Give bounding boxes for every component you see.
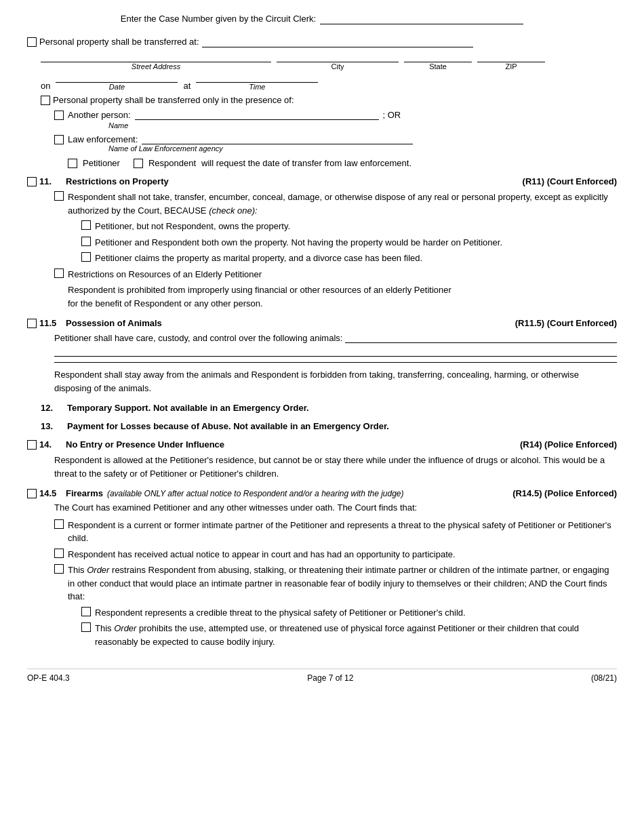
presence-label: Personal property shall be transferred o…: [53, 95, 294, 105]
section-14-5-sub-option2-text: This Order prohibits the use, attempted …: [95, 622, 617, 648]
law-enforcement-field[interactable]: [142, 134, 413, 144]
time-label: Time: [249, 83, 265, 91]
animals-field[interactable]: [345, 332, 617, 343]
section-11-elderly-label: Restrictions on Resources of an Elderly …: [68, 268, 617, 281]
law-enforcement-label: Law enforcement:: [68, 134, 138, 144]
section-14-5-body1: The Court has examined Petitioner and an…: [54, 501, 617, 515]
section-14-5-sub-option1: Respondent represents a credible threat …: [95, 606, 617, 620]
address-line: Street Address City State ZIP: [41, 52, 617, 71]
section-14-5-sub-option2-prefix: This: [95, 623, 112, 633]
presence-checkbox[interactable]: [41, 96, 50, 105]
section-14-5-title: Firearms: [66, 488, 103, 498]
section-11-elderly-body2: for the benefit of Respondent or any oth…: [68, 298, 263, 309]
on-label: on: [41, 81, 50, 91]
section-14-body: Respondent is allowed at the Petitioner'…: [54, 454, 617, 480]
respondent-checkbox[interactable]: [134, 159, 143, 168]
or-label: ; OR: [383, 110, 401, 120]
section-14-5-title-line: Firearms (available ONLY after actual no…: [66, 488, 617, 498]
section-14-5-option3-body: restrains Respondent from abusing, stalk…: [68, 565, 609, 601]
city-field[interactable]: [277, 52, 399, 62]
zip-field[interactable]: [477, 52, 545, 62]
section-14-5-body1-text: The Court has examined Petitioner and an…: [54, 502, 417, 513]
state-field[interactable]: [404, 52, 472, 62]
footer-page: Page 7 of 12: [307, 673, 353, 683]
name-label: Name: [108, 121, 128, 130]
section-11-elderly-checkbox[interactable]: [54, 269, 64, 278]
section-14-5-sub-option2-row: This Order prohibits the use, attempted …: [81, 622, 617, 648]
section-12-header: 12. Temporary Support. Not available in …: [41, 403, 617, 413]
street-address-field[interactable]: [41, 52, 271, 62]
section-12-number: 12.: [41, 403, 64, 413]
time-field[interactable]: [196, 72, 318, 83]
case-number-field[interactable]: [320, 14, 523, 24]
animals-stay-away: Respondent shall stay away from the anim…: [54, 362, 617, 395]
section-11-elderly-row: Restrictions on Resources of an Elderly …: [54, 268, 617, 281]
section-11-5: 11.5 Possession of Animals (R11.5) (Cour…: [27, 318, 617, 395]
date-field[interactable]: [56, 72, 178, 83]
section-11-check-one: (check one):: [209, 205, 258, 216]
street-address-group: Street Address: [41, 52, 271, 71]
state-group: State: [404, 52, 472, 71]
page-footer: OP-E 404.3 Page 7 of 12 (08/21): [27, 669, 617, 683]
section-11-checkbox[interactable]: [27, 177, 37, 186]
section-11-body-row: Respondent shall not take, transfer, enc…: [54, 191, 617, 217]
section-14-header: 14. No Entry or Presence Under Influence…: [27, 439, 617, 450]
section-11-5-header: 11.5 Possession of Animals (R11.5) (Cour…: [27, 318, 617, 328]
section-14-checkbox[interactable]: [27, 440, 37, 450]
section-13: 13. Payment for Losses because of Abuse.…: [27, 421, 617, 431]
another-person-field[interactable]: [135, 109, 379, 120]
section-14-5-option3-order: Order: [87, 565, 109, 575]
section-11-5-right: (R11.5) (Court Enforced): [508, 318, 617, 328]
section-13-header: 13. Payment for Losses because of Abuse.…: [41, 421, 617, 431]
section-11-option3-checkbox[interactable]: [81, 252, 91, 262]
section-11-option2-row: Petitioner and Respondent both own the p…: [81, 236, 617, 250]
section-11-body-checkbox[interactable]: [54, 191, 64, 201]
section-14-5-checkbox[interactable]: [27, 489, 37, 498]
section-14: 14. No Entry or Presence Under Influence…: [27, 439, 617, 480]
section-14-5-option1-checkbox[interactable]: [54, 519, 64, 529]
property-transfer-checkbox[interactable]: [27, 37, 37, 47]
section-11: 11. Restrictions on Property (R11) (Cour…: [27, 176, 617, 310]
section-11-option2: Petitioner and Respondent both own the p…: [95, 236, 617, 250]
personal-property-section: Personal property shall be transferred a…: [27, 37, 617, 168]
zip-label: ZIP: [505, 62, 517, 71]
section-14-5-sub-option2-order: Order: [114, 623, 136, 633]
section-14-5-option2-checkbox[interactable]: [54, 549, 64, 558]
petitioner-respondent-line: Petitioner Respondent will request the d…: [68, 158, 617, 168]
law-enf-agency-label: Name of Law Enforcement agency: [108, 144, 617, 153]
section-11-option3: Petitioner claims the property as marita…: [95, 252, 617, 265]
another-person-row: Another person: ; OR: [54, 109, 617, 120]
law-enforcement-checkbox[interactable]: [54, 135, 64, 144]
section-11-option2-checkbox[interactable]: [81, 237, 91, 246]
date-time-line: on Date at Time: [41, 72, 617, 91]
section-14-title: No Entry or Presence Under Influence: [66, 439, 513, 450]
section-11-elderly-body: Respondent is prohibited from improperly…: [68, 283, 617, 310]
section-13-number: 13.: [41, 421, 64, 431]
property-transfer-field[interactable]: [202, 37, 473, 47]
section-11-option1-checkbox[interactable]: [81, 220, 91, 230]
section-14-5-option1-row: Respondent is a current or former intima…: [54, 519, 617, 545]
petitioner-checkbox[interactable]: [68, 159, 77, 168]
section-11-5-number: 11.5: [39, 318, 63, 328]
section-14-number: 14.: [39, 439, 63, 450]
section-14-5-sub-option1-checkbox[interactable]: [81, 607, 91, 616]
animals-stay-away-text: Respondent shall stay away from the anim…: [54, 370, 579, 393]
section-14-5-sub-option2-checkbox[interactable]: [81, 622, 91, 632]
section-14-5-italic: (available ONLY after actual notice to R…: [107, 489, 404, 498]
section-14-title-row: No Entry or Presence Under Influence (R1…: [66, 439, 617, 450]
section-14-5-option2: Respondent has received actual notice to…: [68, 548, 617, 561]
section-14-5-title-block: Firearms (available ONLY after actual no…: [66, 488, 617, 498]
time-group: Time: [196, 72, 318, 91]
another-person-checkbox[interactable]: [54, 111, 64, 120]
section-11-header: 11. Restrictions on Property (R11) (Cour…: [27, 176, 617, 186]
section-11-5-checkbox[interactable]: [27, 319, 37, 328]
section-11-5-title-row: Possession of Animals (R11.5) (Court Enf…: [66, 318, 617, 328]
zip-group: ZIP: [477, 52, 545, 71]
section-14-5-option3-checkbox[interactable]: [54, 564, 64, 574]
section-14-body-text: Respondent is allowed at the Petitioner'…: [54, 455, 605, 479]
city-label: City: [331, 62, 344, 71]
state-label: State: [429, 62, 447, 71]
section-14-5-option2-row: Respondent has received actual notice to…: [54, 548, 617, 561]
animals-underline: [54, 346, 617, 357]
section-11-option1: Petitioner, but not Respondent, owns the…: [95, 220, 617, 233]
